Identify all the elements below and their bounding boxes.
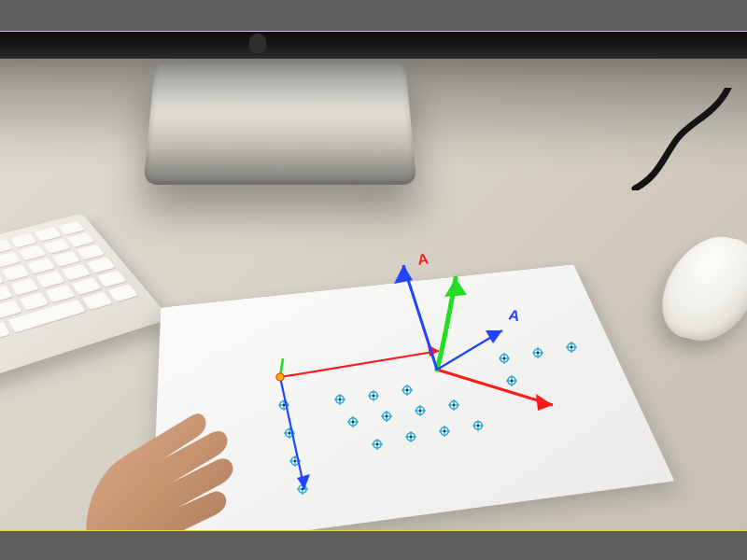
apple-logo-icon <box>249 34 267 54</box>
photo-scene: A A <box>0 32 747 530</box>
desk-cable <box>626 88 738 190</box>
user-hand <box>54 343 316 531</box>
imac-bottom-bezel <box>0 32 747 59</box>
imac-stand <box>144 63 417 185</box>
image-frame: A A <box>0 31 747 531</box>
